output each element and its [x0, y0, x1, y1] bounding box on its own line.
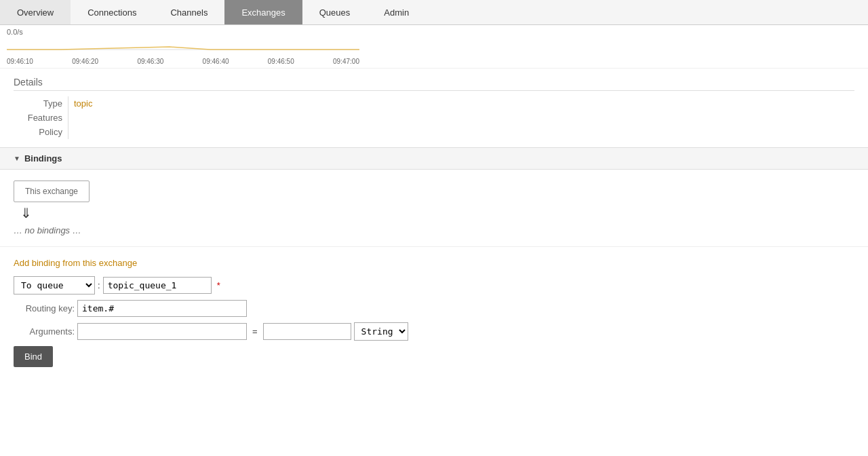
- destination-input[interactable]: [103, 277, 212, 294]
- chart-label-6: 09:47:00: [333, 58, 359, 65]
- tab-queues[interactable]: Queues: [302, 0, 368, 24]
- bindings-section: ▼ Bindings This exchange ⇓ … no bindings…: [0, 147, 868, 246]
- type-value: topic: [68, 96, 92, 111]
- chart-label-3: 09:46:30: [137, 58, 163, 65]
- chart-label-5: 09:46:50: [268, 58, 294, 65]
- tab-exchanges[interactable]: Exchanges: [224, 0, 302, 24]
- navigation-tabs: Overview Connections Channels Exchanges …: [0, 0, 868, 25]
- chart-label-4: 09:46:40: [203, 58, 229, 65]
- bindings-content: This exchange ⇓ … no bindings …: [0, 170, 868, 246]
- arguments-row: Arguments: = String Number Boolean: [14, 322, 854, 341]
- routing-key-input[interactable]: [77, 300, 247, 317]
- bind-button[interactable]: Bind: [14, 346, 53, 367]
- chart-container: [7, 37, 861, 58]
- chart-label-1: 09:46:10: [7, 58, 33, 65]
- chart-svg: [7, 37, 359, 52]
- features-value: [68, 111, 92, 125]
- binding-form: To queue To exchange : * Routing key: Ar…: [14, 276, 854, 341]
- routing-key-label: Routing key:: [14, 303, 75, 314]
- chart-labels: 09:46:10 09:46:20 09:46:30 09:46:40 09:4…: [7, 58, 359, 65]
- type-label: Type: [20, 96, 68, 111]
- tab-admin[interactable]: Admin: [367, 0, 426, 24]
- exchange-box: This exchange: [14, 180, 90, 202]
- details-row-type: Type topic: [20, 96, 92, 111]
- arg-type-select[interactable]: String Number Boolean: [354, 322, 408, 341]
- chart-label-2: 09:46:20: [72, 58, 98, 65]
- bindings-collapse-icon: ▼: [14, 155, 20, 162]
- routing-key-row: Routing key:: [14, 300, 854, 317]
- details-row-features: Features: [20, 111, 92, 125]
- required-star: *: [217, 280, 220, 290]
- add-binding-section: Add binding from this exchange To queue …: [0, 246, 868, 378]
- destination-row: To queue To exchange : *: [14, 276, 854, 294]
- tab-connections[interactable]: Connections: [71, 0, 153, 24]
- arguments-label: Arguments:: [14, 326, 75, 337]
- details-row-policy: Policy: [20, 125, 92, 139]
- tab-channels[interactable]: Channels: [153, 0, 224, 24]
- arg-val-input[interactable]: [263, 323, 351, 340]
- policy-value: [68, 125, 92, 139]
- destination-select[interactable]: To queue To exchange: [14, 276, 95, 294]
- bindings-header[interactable]: ▼ Bindings: [0, 147, 868, 170]
- details-table: Type topic Features Policy: [20, 96, 92, 139]
- eq-sign: =: [252, 326, 258, 337]
- details-section: Details Type topic Features Policy: [0, 69, 868, 147]
- features-label: Features: [20, 111, 68, 125]
- tab-overview[interactable]: Overview: [0, 0, 71, 24]
- details-title: Details: [14, 77, 854, 91]
- no-bindings-text: … no bindings …: [14, 225, 854, 235]
- chart-rate: 0.0/s: [7, 28, 861, 36]
- add-binding-title: Add binding from this exchange: [14, 258, 854, 268]
- chart-area: 0.0/s 09:46:10 09:46:20 09:46:30 09:46:4…: [0, 25, 868, 69]
- colon-separator: :: [98, 280, 100, 290]
- arg-key-input[interactable]: [77, 323, 247, 340]
- bindings-title: Bindings: [24, 153, 62, 164]
- arrow-down-icon: ⇓: [14, 205, 854, 221]
- policy-label: Policy: [20, 125, 68, 139]
